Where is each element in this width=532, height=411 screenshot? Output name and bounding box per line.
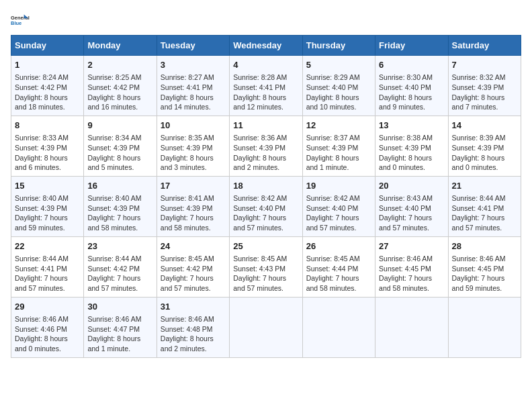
- sunset-time: 4:40 PM: [259, 204, 285, 212]
- calendar-header-row: SundayMondayTuesdayWednesdayThursdayFrid…: [11, 36, 521, 56]
- calendar-cell: 1 Sunrise: 8:24 AM Sunset: 4:42 PM Dayli…: [11, 56, 84, 116]
- sunrise-time: 8:46 AM: [407, 255, 433, 263]
- daylight-label: Daylight:: [452, 214, 482, 222]
- cell-content: Sunrise: 8:33 AM Sunset: 4:39 PM Dayligh…: [15, 133, 80, 173]
- sunset-time: 4:39 PM: [41, 204, 67, 212]
- calendar-week-5: 29 Sunrise: 8:46 AM Sunset: 4:46 PM Dayl…: [11, 297, 521, 357]
- daylight-label: Daylight:: [87, 274, 117, 282]
- sunset-time: 4:39 PM: [478, 144, 504, 152]
- sunset-label: Sunset:: [379, 204, 405, 212]
- cell-content: Sunrise: 8:29 AM Sunset: 4:40 PM Dayligh…: [306, 73, 371, 112]
- sunset-time: 4:39 PM: [332, 144, 358, 152]
- cell-content: Sunrise: 8:34 AM Sunset: 4:39 PM Dayligh…: [87, 133, 152, 173]
- col-header-saturday: Saturday: [448, 36, 521, 56]
- sunrise-time: 8:27 AM: [188, 73, 214, 81]
- cell-content: Sunrise: 8:46 AM Sunset: 4:45 PM Dayligh…: [379, 254, 444, 293]
- sunset-time: 4:40 PM: [405, 83, 431, 91]
- sunrise-label: Sunrise:: [161, 194, 188, 202]
- calendar-cell: 3 Sunrise: 8:27 AM Sunset: 4:41 PM Dayli…: [157, 56, 229, 116]
- calendar-cell: 13 Sunrise: 8:38 AM Sunset: 4:39 PM Dayl…: [375, 116, 448, 176]
- daylight-label: Daylight:: [87, 93, 117, 101]
- sunset-time: 4:46 PM: [41, 325, 67, 333]
- sunrise-label: Sunrise:: [233, 73, 261, 81]
- cell-content: Sunrise: 8:40 AM Sunset: 4:39 PM Dayligh…: [15, 193, 80, 233]
- day-number: 12: [306, 120, 371, 132]
- day-number: 11: [233, 120, 298, 132]
- day-number: 31: [161, 301, 226, 313]
- sunset-time: 4:40 PM: [332, 204, 358, 212]
- daylight-label: Daylight:: [15, 154, 44, 162]
- sunrise-time: 8:38 AM: [407, 134, 433, 142]
- cell-content: Sunrise: 8:45 AM Sunset: 4:44 PM Dayligh…: [306, 254, 371, 293]
- cell-content: Sunrise: 8:42 AM Sunset: 4:40 PM Dayligh…: [306, 193, 371, 233]
- day-number: 10: [161, 120, 226, 132]
- sunrise-label: Sunrise:: [87, 255, 115, 263]
- cell-content: Sunrise: 8:30 AM Sunset: 4:40 PM Dayligh…: [379, 73, 444, 112]
- sunrise-label: Sunrise:: [15, 255, 42, 263]
- sunrise-time: 8:43 AM: [407, 194, 433, 202]
- sunrise-time: 8:44 AM: [480, 194, 506, 202]
- sunset-label: Sunset:: [87, 325, 114, 333]
- cell-content: Sunrise: 8:36 AM Sunset: 4:39 PM Dayligh…: [233, 133, 298, 173]
- day-number: 7: [452, 59, 517, 71]
- calendar-week-4: 22 Sunrise: 8:44 AM Sunset: 4:41 PM Dayl…: [11, 236, 521, 297]
- sunset-label: Sunset:: [306, 265, 332, 273]
- daylight-label: Daylight:: [233, 93, 263, 101]
- cell-content: Sunrise: 8:41 AM Sunset: 4:39 PM Dayligh…: [161, 193, 226, 233]
- sunrise-label: Sunrise:: [306, 134, 334, 142]
- day-number: 18: [233, 180, 298, 192]
- sunset-time: 4:39 PM: [186, 204, 212, 212]
- calendar-cell: 20 Sunrise: 8:43 AM Sunset: 4:40 PM Dayl…: [375, 176, 448, 236]
- cell-content: Sunrise: 8:37 AM Sunset: 4:39 PM Dayligh…: [306, 133, 371, 173]
- sunset-label: Sunset:: [161, 144, 187, 152]
- calendar-cell: [375, 297, 448, 357]
- sunset-time: 4:39 PM: [186, 144, 212, 152]
- sunrise-time: 8:45 AM: [334, 255, 360, 263]
- sunrise-time: 8:46 AM: [42, 315, 69, 323]
- sunrise-label: Sunrise:: [379, 73, 406, 81]
- calendar-cell: 22 Sunrise: 8:44 AM Sunset: 4:41 PM Dayl…: [11, 236, 84, 297]
- cell-content: Sunrise: 8:28 AM Sunset: 4:41 PM Dayligh…: [233, 73, 298, 112]
- sunrise-time: 8:28 AM: [261, 73, 287, 81]
- sunset-label: Sunset:: [233, 204, 259, 212]
- sunset-label: Sunset:: [15, 265, 41, 273]
- sunset-time: 4:41 PM: [41, 265, 67, 273]
- sunrise-label: Sunrise:: [306, 194, 334, 202]
- daylight-label: Daylight:: [306, 93, 336, 101]
- logo: GeneralBlue: [11, 11, 30, 30]
- sunset-time: 4:39 PM: [405, 144, 431, 152]
- cell-content: Sunrise: 8:43 AM Sunset: 4:40 PM Dayligh…: [379, 193, 444, 233]
- sunrise-label: Sunrise:: [233, 255, 261, 263]
- day-number: 5: [306, 59, 371, 71]
- daylight-label: Daylight:: [306, 214, 336, 222]
- sunset-time: 4:43 PM: [259, 265, 285, 273]
- cell-content: Sunrise: 8:46 AM Sunset: 4:47 PM Dayligh…: [87, 314, 152, 354]
- day-number: 20: [379, 180, 444, 192]
- sunrise-time: 8:44 AM: [116, 255, 142, 263]
- calendar-week-3: 15 Sunrise: 8:40 AM Sunset: 4:39 PM Dayl…: [11, 176, 521, 236]
- sunrise-label: Sunrise:: [233, 134, 261, 142]
- sunset-label: Sunset:: [161, 204, 187, 212]
- col-header-wednesday: Wednesday: [230, 36, 302, 56]
- calendar-cell: 6 Sunrise: 8:30 AM Sunset: 4:40 PM Dayli…: [375, 56, 448, 116]
- sunset-time: 4:39 PM: [478, 83, 504, 91]
- sunrise-time: 8:46 AM: [480, 255, 506, 263]
- sunrise-time: 8:35 AM: [188, 134, 214, 142]
- sunrise-time: 8:45 AM: [261, 255, 287, 263]
- sunrise-time: 8:46 AM: [116, 315, 142, 323]
- sunrise-time: 8:42 AM: [334, 194, 360, 202]
- cell-content: Sunrise: 8:25 AM Sunset: 4:42 PM Dayligh…: [87, 73, 152, 112]
- sunset-time: 4:48 PM: [186, 325, 212, 333]
- sunrise-time: 8:32 AM: [480, 73, 506, 81]
- calendar-cell: 21 Sunrise: 8:44 AM Sunset: 4:41 PM Dayl…: [448, 176, 521, 236]
- day-number: 14: [452, 120, 517, 132]
- daylight-label: Daylight:: [306, 154, 336, 162]
- sunset-time: 4:39 PM: [41, 144, 67, 152]
- sunset-label: Sunset:: [15, 325, 41, 333]
- sunrise-label: Sunrise:: [87, 134, 115, 142]
- sunset-label: Sunset:: [379, 144, 405, 152]
- sunrise-time: 8:40 AM: [42, 194, 69, 202]
- sunrise-time: 8:39 AM: [480, 134, 506, 142]
- page-header: GeneralBlue: [11, 11, 521, 30]
- sunset-label: Sunset:: [452, 144, 478, 152]
